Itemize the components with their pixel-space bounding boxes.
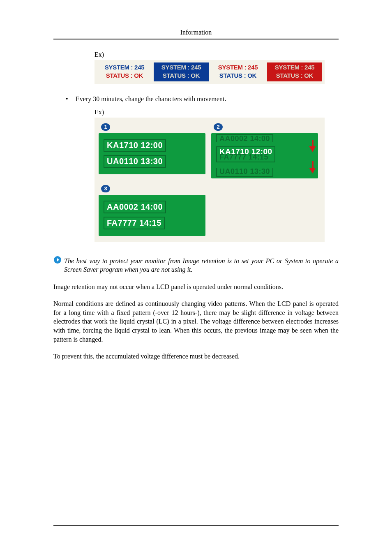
page-header: Information bbox=[53, 29, 339, 36]
ghost-line-top: AA0002 14:00 bbox=[216, 134, 273, 142]
panel-2: 2 AA0002 14:00 KA1710 12:00 FA7777 14:15… bbox=[211, 123, 318, 178]
paragraph: To prevent this, the accumulated voltage… bbox=[53, 352, 339, 361]
scroll-arrows bbox=[309, 140, 316, 173]
paragraph: Image retention may not occur when a LCD… bbox=[53, 282, 339, 291]
display-box: AA0002 14:00 FA7777 14:15 bbox=[99, 195, 205, 236]
bullet-item: • Every 30 minutes, change the character… bbox=[53, 95, 339, 103]
panel-number-badge: 3 bbox=[101, 185, 110, 192]
display-line: KA1710 12:00 bbox=[104, 139, 166, 152]
movement-diagram: 1 KA1710 12:00 UA0110 13:30 2 AA0002 14:… bbox=[95, 118, 325, 242]
ghost-line-bot: UA0110 13:30 bbox=[216, 168, 273, 177]
status-strip: SYSTEM : 245 STATUS : OK SYSTEM : 245 ST… bbox=[95, 60, 325, 84]
tile-line2: STATUS : OK bbox=[99, 72, 150, 80]
divider-top bbox=[53, 39, 339, 39]
note-block: The best way to protect your monitor fro… bbox=[53, 257, 339, 274]
panel-number-badge: 1 bbox=[101, 123, 110, 131]
arrow-down-icon bbox=[309, 161, 316, 173]
bullet-marker: • bbox=[66, 95, 76, 103]
status-tile: SYSTEM : 245 STATUS : OK bbox=[267, 62, 322, 81]
display-line: FA7777 14:15 bbox=[104, 217, 165, 229]
status-tile: SYSTEM : 245 STATUS : OK bbox=[154, 62, 209, 81]
panel-number-badge: 2 bbox=[214, 123, 223, 131]
status-tile: SYSTEM : 245 STATUS : OK bbox=[97, 62, 152, 81]
overlap-lines: KA1710 12:00 FA7777 14:15 bbox=[216, 146, 275, 162]
example-label-2: Ex) bbox=[95, 109, 339, 116]
display-line: UA0110 13:30 bbox=[104, 155, 166, 168]
example-label-1: Ex) bbox=[95, 51, 339, 58]
tile-line1: SYSTEM : 245 bbox=[270, 64, 320, 72]
divider-bottom bbox=[53, 525, 339, 526]
arrow-down-icon bbox=[309, 140, 316, 152]
panel-3: 3 AA0002 14:00 FA7777 14:15 bbox=[99, 184, 205, 236]
tile-line2: STATUS : OK bbox=[156, 72, 206, 80]
paragraph: Normal conditions are defined as continu… bbox=[53, 299, 339, 344]
panel-1: 1 KA1710 12:00 UA0110 13:30 bbox=[99, 123, 205, 178]
info-arrow-icon bbox=[53, 256, 62, 266]
tile-line1: SYSTEM : 245 bbox=[156, 64, 206, 72]
tile-line1: SYSTEM : 245 bbox=[99, 64, 150, 72]
tile-line2: STATUS : OK bbox=[213, 72, 263, 80]
note-text: The best way to protect your monitor fro… bbox=[64, 257, 339, 274]
bullet-text: Every 30 minutes, change the characters … bbox=[76, 95, 339, 103]
tile-line2: STATUS : OK bbox=[270, 72, 320, 80]
overlap-b: FA7777 14:15 bbox=[219, 153, 272, 161]
display-line: AA0002 14:00 bbox=[104, 201, 166, 213]
display-box-scroll: AA0002 14:00 KA1710 12:00 FA7777 14:15 U… bbox=[211, 133, 318, 178]
tile-line1: SYSTEM : 245 bbox=[213, 64, 263, 72]
display-box: KA1710 12:00 UA0110 13:30 bbox=[99, 133, 205, 174]
status-tile: SYSTEM : 245 STATUS : OK bbox=[210, 62, 265, 81]
